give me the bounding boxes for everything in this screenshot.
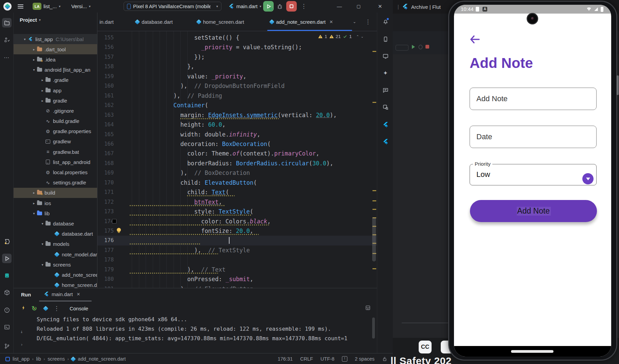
code-line-159[interactable]: 159value: _priority,	[97, 72, 377, 81]
warning-stripe-mark[interactable]	[372, 268, 376, 269]
tree-chevron-icon[interactable]: ▾	[32, 68, 36, 72]
stop-button[interactable]	[286, 1, 297, 12]
device-selector[interactable]: Pixel 8 API VanillaIceCream (mobile) ▾	[124, 2, 221, 11]
tree-item-gradlew[interactable]: >_gradlew	[14, 136, 97, 147]
close-icon[interactable]: ✕	[77, 292, 80, 297]
minimize-button[interactable]: —	[337, 0, 342, 13]
tree-item-app[interactable]: ▸app	[14, 85, 97, 95]
code-line-161[interactable]: 161), // Padding	[97, 91, 377, 101]
project-widget[interactable]: LA list_... ▾	[33, 0, 60, 13]
tree-chevron-icon[interactable]: ▾	[32, 212, 36, 215]
prev-issue-button[interactable]: ⌃	[356, 35, 359, 38]
tree-item-models[interactable]: ▾models	[14, 239, 97, 249]
git-tool-button[interactable]	[2, 341, 12, 351]
console-tab[interactable]: Console	[70, 306, 88, 311]
next-issue-button[interactable]: ⌄	[361, 35, 363, 38]
code-line-156[interactable]: 156_priority = value.toString();	[97, 42, 377, 52]
back-button[interactable]	[470, 35, 480, 46]
tree-chevron-icon[interactable]: ▸	[40, 89, 45, 92]
tree-item-androidlist_app_an[interactable]: ▾android [list_app_an	[14, 65, 97, 75]
tree-chevron-icon[interactable]: ▸	[32, 191, 36, 195]
code-line-167[interactable]: 167color: Theme.of(context).primaryColor…	[97, 149, 377, 158]
tab-main-dart[interactable]: in.dart	[99, 13, 114, 31]
line-ending[interactable]: CRLF	[300, 356, 313, 362]
console-output[interactable]: ↓ › Syncing files to device sdk gphone64…	[14, 315, 377, 353]
tree-item-home_screen.dart[interactable]: home_screen.dart	[14, 280, 97, 288]
code-line-164[interactable]: 164height: 60.0,	[97, 120, 377, 129]
tree-item-gradle.properties[interactable]: ⚙gradle.properties	[14, 126, 97, 136]
tree-item-.gitignore[interactable]: ⊘.gitignore	[14, 106, 97, 116]
indent-setting[interactable]: 2 spaces	[355, 356, 375, 362]
tree-item-list_app_android[interactable]: list_app_android	[14, 157, 97, 167]
tree-chevron-icon[interactable]: ▸	[40, 99, 45, 103]
main-menu-button[interactable]	[18, 0, 23, 13]
tree-item-note_model.dart[interactable]: note_model.dart	[14, 249, 97, 259]
code-line-178[interactable]: 178	[97, 255, 377, 265]
code-line-165[interactable]: 165width: double.infinity,	[97, 130, 377, 139]
tree-item-add_note_screen.dart[interactable]: add_note_screen.dart	[14, 270, 97, 280]
tree-chevron-icon[interactable]: ▾	[40, 263, 45, 267]
maximize-button[interactable]: ▢	[357, 0, 361, 13]
tabs-more-button[interactable]: ⋮	[365, 13, 371, 31]
editor-scrollbar[interactable]	[372, 217, 376, 261]
code-line-162[interactable]: 162Container(	[97, 101, 377, 110]
tree-item-.dart_tool[interactable]: ▸.dart_tool	[14, 44, 97, 54]
tab-database-dart[interactable]: database.dart	[135, 13, 173, 31]
tree-chevron-icon[interactable]: ▾	[40, 242, 45, 246]
tree-chevron-icon[interactable]: ▸	[40, 78, 45, 82]
code-editor[interactable]: 155setState(() {156_priority = value.toS…	[97, 31, 377, 288]
vcs-widget[interactable]: Versi... ▾	[71, 0, 91, 13]
tree-item-lib[interactable]: ▾lib	[14, 208, 97, 218]
tree-item-gradle[interactable]: ▸gradle	[14, 95, 97, 106]
problems-tool-button[interactable]	[2, 305, 12, 315]
intention-bulb-icon[interactable]	[117, 228, 121, 232]
device-explorer-button[interactable]	[2, 271, 12, 280]
date-input[interactable]: Date	[470, 126, 597, 148]
inspection-widget[interactable]: 1 21 1 ⌃ ⌄	[318, 34, 364, 39]
tree-item-build[interactable]: ▸✳build	[14, 188, 97, 198]
warning-stripe-mark[interactable]	[372, 51, 376, 52]
expand-icon[interactable]: ›	[20, 342, 23, 347]
code-line-158[interactable]: 158},	[97, 62, 377, 71]
code-line-157[interactable]: 157});	[97, 52, 377, 62]
code-line-160[interactable]: 160), // DropdownButtonFormField	[97, 81, 377, 91]
flutter-inspector-button[interactable]	[381, 137, 390, 146]
devtools-button[interactable]	[2, 237, 12, 246]
tree-item-database[interactable]: ▾database	[14, 218, 97, 229]
run-tool-button[interactable]	[2, 254, 12, 263]
project-tool-button[interactable]	[2, 18, 12, 28]
file-encoding[interactable]: UTF-8	[321, 356, 334, 362]
tree-item-settings.gradle[interactable]: ∿settings.gradle	[14, 178, 97, 188]
close-button[interactable]: ✕	[378, 0, 382, 13]
tree-item-list_app[interactable]: ▾list_appC:\Users\bal	[14, 34, 97, 44]
tree-item-.idea[interactable]: ▸✳.idea	[14, 54, 97, 65]
more-tools-button[interactable]: ⋯	[2, 53, 12, 62]
phone-screen[interactable]: 10:44 A Add Note Add Note	[454, 5, 611, 357]
gemini-button[interactable]: ✦	[381, 68, 390, 78]
tab-home-screen-dart[interactable]: home_screen.dart	[197, 13, 244, 31]
tree-item-database.dart[interactable]: database.dart	[14, 229, 97, 239]
flutter-outline-button[interactable]	[381, 120, 390, 129]
tabs-dropdown-button[interactable]: ⌄	[353, 13, 356, 31]
tree-item-gradlew.bat[interactable]: ≡gradlew.bat	[14, 147, 97, 157]
warning-stripe-mark[interactable]	[372, 102, 376, 103]
scroll-down-icon[interactable]: ↓	[20, 329, 23, 334]
code-line-181[interactable]: 181), // ElevatedButton	[97, 284, 377, 288]
layout-button[interactable]	[365, 305, 371, 312]
tree-item-ios[interactable]: ▸ios	[14, 198, 97, 208]
caret-position[interactable]: 176:31	[278, 356, 293, 362]
color-preview-swatch[interactable]	[112, 219, 116, 223]
code-line-169[interactable]: 169), // BoxDecoration	[97, 168, 377, 178]
tree-chevron-icon[interactable]: ▾	[22, 37, 27, 41]
tab-add-note-screen-dart[interactable]: add_note_screen.dart ✕	[270, 13, 333, 31]
run-config-widget[interactable]: main.dart ▾	[228, 0, 261, 13]
ai-chat-button[interactable]	[381, 85, 390, 95]
breadcrumb[interactable]: list_app› lib› screens› add_note_screen.…	[5, 353, 126, 364]
gesture-pill[interactable]	[511, 350, 553, 353]
run-button[interactable]	[263, 1, 274, 12]
tree-item-screens[interactable]: ▾screens	[14, 259, 97, 270]
running-devices-button[interactable]	[381, 51, 390, 61]
code-line-180[interactable]: 180onPressed: _submit,	[97, 274, 377, 284]
tree-item-.gradle[interactable]: ▸.gradle	[14, 75, 97, 85]
hot-restart-button[interactable]: ↻	[32, 305, 37, 312]
